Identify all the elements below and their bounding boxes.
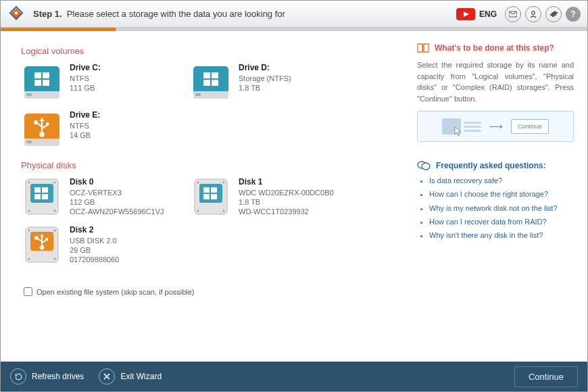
svg-point-40 <box>197 210 199 212</box>
drive-icon <box>190 63 232 102</box>
cursor-icon <box>454 126 464 137</box>
disk-serial: WD-WCC1T0239932 <box>239 207 334 216</box>
svg-point-0 <box>15 11 18 14</box>
svg-point-38 <box>197 182 199 184</box>
svg-rect-19 <box>212 80 218 86</box>
faq-link[interactable]: How can I recover data from RAID? <box>429 217 574 226</box>
step-hint-illustration: ⟶ Continue <box>417 111 574 142</box>
open-existing-fs-label: Open existing file system (skip scan, if… <box>36 288 195 296</box>
svg-point-39 <box>223 182 225 184</box>
drive-size: 1.8 TB <box>239 84 291 92</box>
svg-rect-4 <box>24 66 59 93</box>
drive-name: Drive D: <box>239 63 291 72</box>
faq-link[interactable]: Why is my network disk not on the list? <box>429 203 574 213</box>
youtube-button[interactable] <box>456 7 475 22</box>
disk-size: 1.8 TB <box>239 198 334 206</box>
svg-point-54 <box>41 246 44 249</box>
svg-point-49 <box>54 230 56 232</box>
disk-size: 29 GB <box>70 246 119 254</box>
svg-rect-9 <box>43 72 49 78</box>
faq-link[interactable]: Why isn't there any disk in the list? <box>429 230 574 240</box>
drive-name: Drive C: <box>70 63 101 72</box>
section-physical-disks: Physical disks <box>21 160 402 170</box>
svg-point-25 <box>34 121 37 124</box>
svg-rect-26 <box>46 122 49 126</box>
svg-rect-16 <box>203 72 210 78</box>
continue-button[interactable]: Continue <box>514 366 578 387</box>
svg-point-50 <box>28 258 30 260</box>
physical-disk-item[interactable]: Disk 2USB DISK 2.029 GB017209888060 <box>21 225 190 265</box>
svg-rect-36 <box>42 194 48 199</box>
svg-rect-56 <box>45 238 48 241</box>
step-title: Step 1. Please select a storage with the… <box>33 9 285 19</box>
svg-rect-34 <box>42 187 48 193</box>
disk-name: Disk 2 <box>70 225 119 235</box>
svg-rect-42 <box>199 184 222 203</box>
help-button[interactable]: ? <box>566 7 581 22</box>
disk-icon <box>21 225 63 264</box>
whats-to-do-text: Select the required storage by its name … <box>417 59 574 104</box>
logical-volume-item[interactable]: Drive E:NTFS14 GB <box>21 110 190 149</box>
physical-disk-item[interactable]: Disk 0OCZ-VERTEX3112 GBOCZ-AWNZ0FW55696C… <box>21 177 190 217</box>
physical-disk-item[interactable]: Disk 1WDC WD20EZRX-00DC0B01.8 TBWD-WCC1T… <box>190 177 359 217</box>
storage-list-panel: Logical volumes Drive C:NTFS111 GBDrive … <box>1 31 414 362</box>
disk-serial: 017209888060 <box>70 255 119 264</box>
svg-rect-17 <box>212 72 218 78</box>
svg-rect-35 <box>34 194 41 199</box>
account-button[interactable] <box>525 6 541 22</box>
header-bar: Step 1. Please select a storage with the… <box>1 1 587 28</box>
faq-link[interactable]: Is data recovery safe? <box>429 176 574 185</box>
disk-model: USB DISK 2.0 <box>70 237 119 245</box>
disk-icon <box>21 177 63 216</box>
svg-point-55 <box>35 237 38 239</box>
svg-point-58 <box>422 163 430 170</box>
svg-rect-22 <box>26 141 32 143</box>
drive-filesystem: NTFS <box>70 74 101 82</box>
disk-name: Disk 0 <box>70 177 164 187</box>
app-logo-icon <box>7 5 25 23</box>
svg-rect-46 <box>211 194 217 199</box>
disk-model: OCZ-VERTEX3 <box>70 189 164 197</box>
svg-point-29 <box>54 182 56 184</box>
help-panel: What's to be done at this step? Select t… <box>414 31 587 362</box>
exit-wizard-button[interactable]: Exit Wizard <box>99 368 162 385</box>
svg-rect-12 <box>193 66 228 93</box>
svg-point-24 <box>40 132 43 136</box>
svg-point-41 <box>223 210 225 212</box>
svg-rect-7 <box>26 93 32 96</box>
feedback-button[interactable] <box>505 6 521 22</box>
open-existing-fs-input[interactable] <box>24 287 32 296</box>
svg-rect-18 <box>203 80 210 86</box>
svg-point-31 <box>54 210 56 212</box>
svg-rect-45 <box>203 194 210 199</box>
section-logical-volumes: Logical volumes <box>21 46 402 56</box>
drive-size: 14 GB <box>70 131 100 139</box>
refresh-drives-button[interactable]: Refresh drives <box>10 368 84 385</box>
disk-serial: OCZ-AWNZ0FW55696C1VJ <box>70 207 164 216</box>
logical-volume-item[interactable]: Drive C:NTFS111 GB <box>21 63 190 102</box>
faq-link[interactable]: How can I choose the right storage? <box>429 189 574 199</box>
open-existing-fs-checkbox[interactable]: Open existing file system (skip scan, if… <box>21 285 402 298</box>
book-icon <box>417 43 429 53</box>
disk-model: WDC WD20EZRX-00DC0B0 <box>239 189 334 197</box>
logical-volume-item[interactable]: Drive D:Storage (NTFS)1.8 TB <box>190 63 359 102</box>
settings-button[interactable] <box>545 6 562 22</box>
drive-filesystem: NTFS <box>70 122 100 130</box>
drive-filesystem: Storage (NTFS) <box>239 74 291 82</box>
close-icon <box>99 368 115 385</box>
disk-name: Disk 1 <box>239 177 334 187</box>
drive-name: Drive E: <box>70 110 100 120</box>
drive-size: 111 GB <box>70 84 101 92</box>
language-selector[interactable]: ENG <box>479 7 497 22</box>
hint-continue-button: Continue <box>511 119 549 134</box>
svg-rect-10 <box>34 80 41 86</box>
disk-size: 112 GB <box>70 198 164 206</box>
svg-point-48 <box>28 230 30 232</box>
svg-point-28 <box>28 182 30 184</box>
disk-icon <box>190 177 232 216</box>
svg-point-30 <box>28 210 30 212</box>
refresh-icon <box>10 368 26 385</box>
svg-point-3 <box>532 11 535 14</box>
faq-heading: Frequently asked questions: <box>417 161 574 170</box>
svg-rect-15 <box>195 93 201 96</box>
